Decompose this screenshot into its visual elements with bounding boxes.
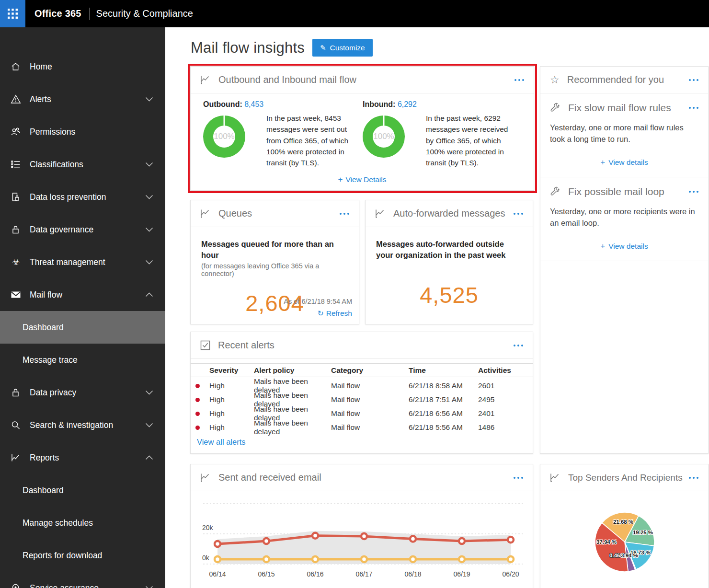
inbound-count-link[interactable]: 6,292: [398, 100, 417, 108]
sidebar-nav: HomeAlertsPermissionsClassificationsData…: [0, 27, 165, 588]
sidebar-item-label: Home: [30, 62, 153, 72]
line-chart-icon: [200, 473, 211, 482]
cell: 6/21/18 5:56 AM: [409, 423, 478, 432]
sidebar-item-reports[interactable]: Reports: [0, 441, 165, 474]
ellipsis-menu-icon[interactable]: [688, 104, 699, 112]
ellipsis-menu-icon[interactable]: [513, 210, 524, 218]
inbound-description: In the past week, 6292 messages were rec…: [426, 113, 517, 168]
sidebar-item-data-governance[interactable]: Data governance: [0, 213, 165, 246]
col-category: Category: [331, 366, 409, 375]
queues-as-of: As of 6/21/18 9:54 AM: [284, 298, 352, 305]
sidebar-item-threat-management[interactable]: ☣Threat management: [0, 246, 165, 278]
alert-icon: [11, 94, 23, 104]
wrench-icon: [550, 103, 560, 113]
sidebar-item-reports-for-download[interactable]: Reports for download: [0, 539, 165, 572]
view-details-link[interactable]: +View details: [540, 229, 708, 261]
ellipsis-menu-icon[interactable]: [688, 188, 699, 196]
sent-received-chart: 20k0k06/1406/1506/1606/1706/1806/1906/20: [194, 495, 530, 588]
home-icon: [11, 62, 23, 71]
table-row[interactable]: HighMails have been delayedMail flow6/21…: [191, 419, 533, 433]
recommended-card: ☆ Recommended for you Fix slow mail flow…: [540, 66, 709, 454]
sidebar-item-mail-flow[interactable]: Mail flow: [0, 278, 165, 311]
sidebar-item-search-investigation[interactable]: Search & investigation: [0, 409, 165, 441]
data-loss-prevention-icon: [11, 192, 23, 202]
sidebar-item-manage-schedules[interactable]: Manage schedules: [0, 507, 165, 539]
outbound-description: In the past week, 8453 messages were sen…: [266, 113, 357, 168]
cell: Mail flow: [331, 423, 409, 432]
col-severity: Severity: [209, 366, 254, 375]
sidebar-item-alerts[interactable]: Alerts: [0, 83, 165, 115]
outbound-label: Outbound: 8,453: [203, 100, 363, 109]
sidebar-item-label: Mail flow: [30, 290, 145, 300]
app-launcher-icon[interactable]: [0, 0, 25, 27]
severity-dot-icon: [195, 398, 200, 402]
sidebar-item-classifications[interactable]: Classifications: [0, 148, 165, 181]
ellipsis-menu-icon[interactable]: [688, 474, 699, 482]
sidebar-item-dashboard[interactable]: Dashboard: [0, 311, 165, 344]
cell: High: [209, 395, 254, 404]
sidebar-item-label: Manage schedules: [23, 518, 153, 528]
top-senders-pie-chart: 21.68 %19.25 %16.73 %0.46 %3.94 %37.94 %: [540, 491, 708, 588]
line-chart-icon: [200, 209, 211, 218]
svg-text:06/18: 06/18: [404, 570, 421, 578]
cell: Mail flow: [331, 395, 409, 404]
svg-text:0k: 0k: [202, 554, 210, 562]
plus-icon: +: [338, 175, 343, 184]
cell: 2495: [478, 395, 528, 404]
cell: Mail flow: [331, 409, 409, 418]
view-details-link[interactable]: +View Details: [191, 175, 534, 184]
card-title: Queues: [218, 208, 339, 219]
sidebar-item-label: Data governance: [30, 225, 145, 235]
refresh-link[interactable]: ↻Refresh: [318, 309, 352, 318]
card-title: Sent and received email: [218, 472, 513, 483]
refresh-icon: ↻: [318, 309, 324, 318]
autofwd-heading: Messages auto-forwarded outside your org…: [376, 239, 522, 261]
svg-text:3.94 %: 3.94 %: [621, 553, 638, 558]
sidebar-item-home[interactable]: Home: [0, 50, 165, 83]
app-name[interactable]: Security & Compliance: [96, 8, 193, 19]
ellipsis-menu-icon[interactable]: [688, 76, 699, 84]
recent-alerts-card: Recent alerts Severity Alert policy Cate…: [190, 332, 533, 454]
lock-icon: [11, 388, 23, 397]
reco-title: Fix possible mail loop: [568, 186, 688, 197]
ellipsis-menu-icon[interactable]: [339, 210, 350, 218]
table-row[interactable]: HighMails have been delayedMail flow6/21…: [191, 377, 533, 391]
table-row[interactable]: HighMails have been delayedMail flow6/21…: [191, 405, 533, 419]
sidebar-item-data-loss-prevention[interactable]: Data loss prevention: [0, 181, 165, 213]
sidebar-item-permissions[interactable]: Permissions: [0, 115, 165, 148]
queues-subheading: (for messages leaving Office 365 via a c…: [201, 262, 348, 277]
ellipsis-menu-icon[interactable]: [514, 76, 525, 84]
sidebar-item-label: Service assurance: [30, 583, 145, 588]
cell: Mails have been delayed: [254, 419, 331, 436]
view-details-link[interactable]: +View details: [540, 145, 708, 177]
ellipsis-menu-icon[interactable]: [513, 342, 524, 349]
svg-text:06/20: 06/20: [502, 570, 519, 578]
severity-dot-icon: [195, 412, 200, 416]
sidebar-item-message-trace[interactable]: Message trace: [0, 344, 165, 376]
customize-button[interactable]: ✎ Customize: [312, 39, 373, 57]
sidebar-item-label: Message trace: [23, 355, 153, 365]
sidebar-item-label: Dashboard: [23, 485, 153, 496]
svg-text:06/14: 06/14: [209, 570, 226, 578]
sidebar-item-label: Reports: [30, 453, 145, 463]
outbound-tls-donut-chart: 100%: [203, 115, 245, 158]
view-all-alerts-link[interactable]: View all alerts: [197, 438, 246, 447]
permissions-icon: [11, 127, 23, 137]
search-icon: [11, 420, 23, 430]
svg-text:20k: 20k: [202, 524, 214, 531]
sidebar-item-label: Threat management: [30, 257, 145, 267]
sidebar-item-service-assurance[interactable]: Service assurance: [0, 572, 165, 588]
cell: 6/21/18 7:51 AM: [409, 395, 478, 404]
line-chart-icon: [375, 209, 386, 218]
sidebar-item-dashboard[interactable]: Dashboard: [0, 474, 165, 507]
brand-office365[interactable]: Office 365: [34, 8, 81, 19]
outbound-count-link[interactable]: 8,453: [244, 100, 263, 108]
checkbox-icon: [200, 340, 210, 350]
ellipsis-menu-icon[interactable]: [513, 474, 524, 482]
table-row[interactable]: HighMails have been delayedMail flow6/21…: [191, 391, 533, 405]
svg-text:☣: ☣: [12, 257, 20, 267]
sidebar-item-label: Alerts: [30, 94, 145, 104]
lock-icon: [11, 225, 23, 234]
sidebar-item-data-privacy[interactable]: Data privacy: [0, 376, 165, 409]
wrench-icon: [550, 186, 560, 197]
